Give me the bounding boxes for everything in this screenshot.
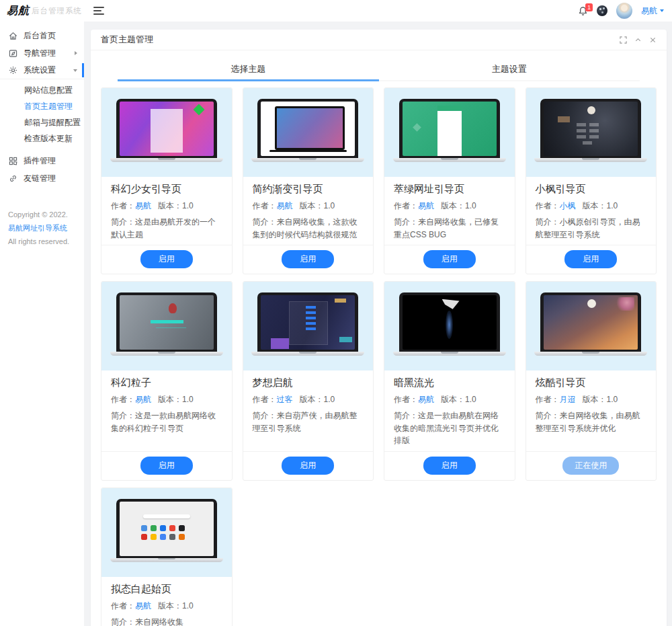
theme-meta: 作者：易航版本：1.0: [111, 600, 222, 612]
theme-description: 简介：这是由易航开发的一个默认主题: [111, 216, 222, 241]
theme-author-link[interactable]: 易航: [418, 395, 434, 404]
theme-version: 1.0: [607, 395, 618, 404]
theme-author-link[interactable]: 易航: [418, 201, 434, 210]
theme-description: 简介：来自网络收集，已修复重点CSS BUG: [394, 216, 505, 241]
theme-info: 拟态白起始页 作者：易航版本：1.0 简介：来自网络收集: [101, 577, 232, 626]
theme-author-link[interactable]: 易航: [135, 395, 151, 404]
theme-author-link[interactable]: 小枫: [560, 201, 576, 210]
theme-card: 拟态白起始页 作者：易航版本：1.0 简介：来自网络收集 启用: [101, 487, 233, 626]
theme-title: 拟态白起始页: [111, 583, 222, 596]
fullscreen-icon[interactable]: [620, 36, 627, 44]
laptop-mockup: [540, 292, 641, 356]
copyright: Copyright © 2022. 易航网址引导系统 All rights re…: [0, 208, 84, 248]
menu-toggle-icon[interactable]: [93, 7, 104, 15]
theme-preview: [101, 88, 232, 177]
theme-author-link[interactable]: 月迢: [560, 395, 576, 404]
theme-manage-panel: 首页主题管理 选择主题 主题设置: [91, 30, 667, 626]
enable-theme-button[interactable]: 启用: [140, 457, 193, 475]
theme-card: 梦想启航 作者：过客版本：1.0 简介：来自葫芦侠，由易航整理至引导系统 启用: [243, 281, 374, 481]
theme-author-link[interactable]: 易航: [135, 601, 151, 611]
sidebar-item-site-info[interactable]: 网站信息配置: [0, 82, 84, 98]
theme-author-link[interactable]: 易航: [135, 201, 151, 210]
theme-card-footer: 启用: [243, 245, 374, 274]
close-icon[interactable]: [649, 36, 657, 44]
theme-card-footer: 正在使用: [526, 451, 657, 480]
theme-meta: 作者：易航版本：1.0: [253, 200, 364, 212]
theme-title: 暗黑流光: [394, 377, 505, 389]
theme-description: 简介：来自网络收集: [111, 616, 222, 626]
theme-skin-icon[interactable]: [597, 5, 607, 16]
user-menu[interactable]: 易航: [641, 5, 664, 17]
theme-version: 1.0: [465, 395, 476, 404]
theme-title: 小枫引导页: [536, 183, 647, 196]
enable-theme-button[interactable]: 启用: [282, 457, 334, 475]
enable-theme-button[interactable]: 启用: [140, 250, 193, 268]
theme-author-link[interactable]: 易航: [277, 201, 293, 210]
theme-description: 简介：来自网络收集，由易航整理至引导系统并优化: [536, 409, 647, 434]
laptop-screen: [544, 102, 638, 156]
topbar-right: 1 易航: [578, 3, 664, 19]
copyright-link[interactable]: 易航网址引导系统: [8, 224, 67, 232]
theme-meta: 作者：易航版本：1.0: [111, 200, 222, 212]
panel-header: 首页主题管理: [91, 30, 667, 50]
author-label: 作者：: [111, 201, 135, 210]
theme-title: 萃绿网址引导页: [394, 183, 505, 196]
theme-card-footer: 启用: [526, 245, 657, 274]
sidebar-item-label: 插件管理: [24, 155, 56, 167]
enable-theme-button[interactable]: 启用: [282, 250, 334, 268]
theme-preview: [243, 88, 374, 177]
theme-card: 科幻少女引导页 作者：易航版本：1.0 简介：这是由易航开发的一个默认主题 启用: [101, 87, 233, 274]
sidebar-item-dashboard[interactable]: 后台首页: [0, 27, 84, 44]
theme-card-footer: 启用: [243, 451, 374, 480]
version-label: 版本：: [158, 601, 182, 611]
plugin-grid-icon: [9, 157, 17, 165]
theme-card-footer: 启用: [101, 245, 232, 274]
theme-version: 1.0: [182, 395, 194, 404]
gear-icon: [9, 66, 17, 75]
desc-label: 简介：: [111, 217, 135, 227]
theme-title: 科幻粒子: [111, 377, 222, 389]
version-label: 版本：: [300, 395, 324, 404]
laptop-mockup: [257, 99, 358, 162]
sidebar-item-nav-manage[interactable]: 导航管理: [0, 44, 84, 62]
enable-theme-button[interactable]: 启用: [564, 250, 617, 268]
chevron-down-icon: [73, 69, 77, 72]
theme-description: 简介：这是一款由易航网络收集的科幻粒子引导页: [111, 409, 222, 434]
enable-theme-button[interactable]: 启用: [423, 457, 476, 475]
brand-name: 易航: [7, 4, 30, 18]
user-avatar[interactable]: [616, 3, 632, 19]
author-label: 作者：: [536, 395, 560, 404]
tab-select-theme[interactable]: 选择主题: [118, 56, 379, 81]
theme-info: 科幻少女引导页 作者：易航版本：1.0 简介：这是由易航开发的一个默认主题: [101, 177, 232, 245]
sidebar-submenu-system: 网站信息配置 首页主题管理 邮箱与提醒配置 检查版本更新: [0, 79, 84, 148]
theme-info: 简约渐变引导页 作者：易航版本：1.0 简介：来自网络收集，这款收集到的时候代码…: [243, 177, 374, 245]
theme-card: 小枫引导页 作者：小枫版本：1.0 简介：小枫原创引导页，由易航整理至引导系统 …: [526, 87, 657, 274]
theme-description: 简介：来自葫芦侠，由易航整理至引导系统: [253, 409, 364, 434]
theme-info: 梦想启航 作者：过客版本：1.0 简介：来自葫芦侠，由易航整理至引导系统: [243, 370, 374, 451]
panel-tools: [620, 36, 657, 44]
theme-title: 科幻少女引导页: [111, 183, 222, 196]
author-label: 作者：: [394, 201, 418, 210]
sidebar-item-plugin-manage[interactable]: 插件管理: [0, 152, 84, 169]
sidebar-item-check-update[interactable]: 检查版本更新: [0, 130, 84, 147]
theme-version: 1.0: [324, 201, 335, 210]
sidebar-item-theme-manage[interactable]: 首页主题管理: [0, 98, 84, 114]
theme-meta: 作者：过客版本：1.0: [253, 394, 364, 405]
tab-theme-settings[interactable]: 主题设置: [379, 56, 640, 81]
sidebar-item-friendlink-manage[interactable]: 友链管理: [0, 169, 84, 187]
collapse-icon[interactable]: [634, 36, 642, 44]
laptop-screen: [120, 295, 214, 350]
theme-info: 小枫引导页 作者：小枫版本：1.0 简介：小枫原创引导页，由易航整理至引导系统: [526, 177, 657, 245]
sidebar-item-system-settings[interactable]: 系统设置: [0, 62, 84, 79]
notification-bell-icon[interactable]: 1: [578, 6, 588, 16]
theme-card: 简约渐变引导页 作者：易航版本：1.0 简介：来自网络收集，这款收集到的时候代码…: [243, 87, 374, 274]
theme-preview: [526, 88, 657, 177]
sidebar: 易航 后台管理系统 后台首页 导航管理 系统设置: [0, 0, 84, 626]
version-label: 版本：: [158, 201, 182, 210]
enable-theme-button[interactable]: 启用: [423, 250, 476, 268]
sidebar-item-mail-config[interactable]: 邮箱与提醒配置: [0, 114, 84, 130]
enable-theme-button[interactable]: 正在使用: [562, 457, 619, 475]
brand-logo[interactable]: 易航 后台管理系统: [0, 0, 84, 22]
theme-author-link[interactable]: 过客: [277, 395, 293, 404]
theme-description: 简介：来自网络收集，这款收集到的时候代码结构就很规范: [253, 216, 364, 241]
